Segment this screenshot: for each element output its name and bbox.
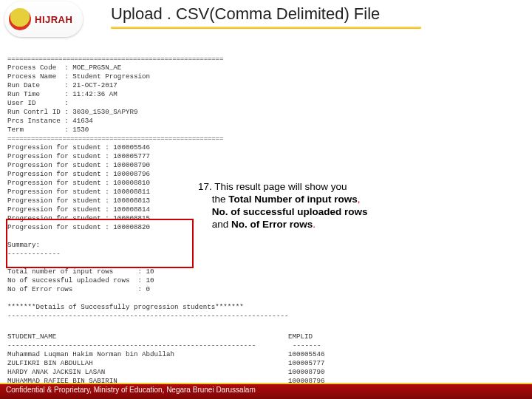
progression-row: Progression for student : 100008813 [7,197,150,205]
run-time-label: Run Time : [7,90,69,98]
progression-row: Progression for student : 100008810 [7,179,150,187]
instruction-callout: 17. This result page will show you the T… [198,180,420,231]
progression-row: Progression for student : 100008790 [7,161,150,169]
process-name-label: Process Name : [7,72,69,81]
summary-row: No of successful uploaded rows : 10 [7,276,154,284]
title-wrap: Upload . CSV(Comma Delimited) File [111,0,532,29]
prcs-inst-label: Prcs Instance : [7,117,69,125]
process-code-label: Process Code : [7,64,69,72]
header: HIJRAH Upload . CSV(Comma Delimited) Fil… [0,0,532,40]
prcs-inst: 41634 [72,117,93,125]
col-header-emplid: EMPLID [288,332,313,341]
run-cntl-label: Run Contrl ID : [7,108,69,116]
equals-line: ========================================… [7,55,223,63]
instruction-lead: 17. This result page will show you [198,181,347,192]
process-code: MOE_PRGSN_AE [72,64,121,72]
table-dash: ----------------------------------------… [7,341,321,349]
summary-row: Total number of input rows : 10 [7,267,154,276]
table-row: HARDY ANAK JACKSIN LASAN100008790 [7,368,325,376]
title-underline [111,27,421,29]
term-label: Term : [7,126,69,134]
summary-row: No of Error rows : 0 [7,285,150,293]
progression-row: Progression for student : 100005546 [7,143,150,151]
logo-text: HIJRAH [35,14,72,25]
term: 1530 [72,126,89,134]
page-title: Upload . CSV(Comma Delimited) File [111,4,532,24]
run-time: 11:42:36 AM [72,90,117,98]
progression-row: Progression for student : 100008796 [7,170,150,178]
summary-highlight-box [6,219,194,268]
table-row: Muhammad Luqman Hakim Norman bin Abdulla… [7,350,325,358]
progression-row: Progression for student : 100008811 [7,188,150,196]
details-dash: ----------------------------------------… [7,312,288,320]
col-header-name: STUDENT_NAME [7,332,288,341]
run-date: 21-OCT-2017 [72,81,117,89]
run-date-label: Run Date : [7,81,69,89]
process-name: Student Progression [72,72,150,81]
details-title: *******Details of Successfully progressi… [7,303,244,311]
progression-row: Progression for student : 100005777 [7,152,150,160]
equals-line: ========================================… [7,134,223,143]
footer-text: Confidential & Proprietary, Ministry of … [6,386,256,394]
table-row: ZULFIKRI BIN ABDULLAH100005777 [7,359,325,367]
progression-row: Progression for student : 100008814 [7,205,150,214]
user-id-label: User ID : [7,99,69,107]
run-cntl: 3030_1530_SAPYR9 [72,108,137,116]
logo-badge: HIJRAH [4,1,83,37]
footer-bar: Confidential & Proprietary, Ministry of … [0,384,532,399]
crest-icon [9,8,31,30]
